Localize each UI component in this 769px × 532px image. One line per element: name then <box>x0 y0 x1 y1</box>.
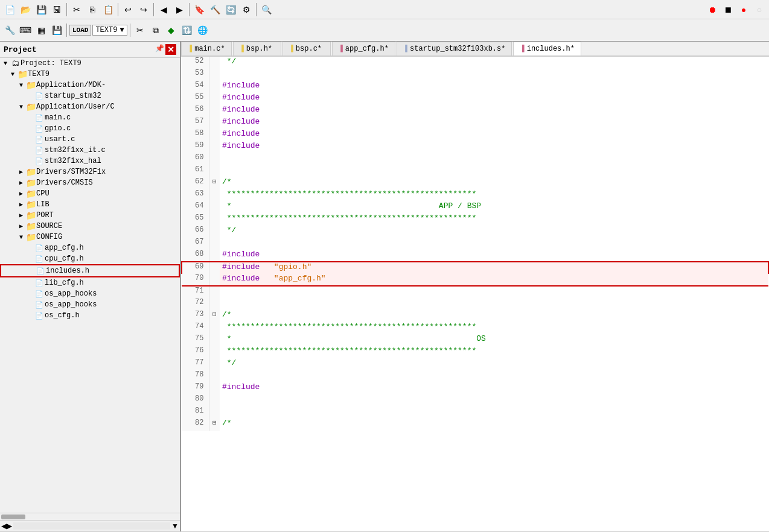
save-btn[interactable]: 💾 <box>34 2 48 17</box>
line-content-54[interactable]: #include <box>220 81 768 93</box>
line-content-72[interactable] <box>220 298 768 310</box>
line-content-62[interactable]: /* <box>220 177 768 189</box>
tree-lib-cfg-h[interactable]: 📄 lib_cfg.h <box>0 277 180 288</box>
arrow-btn[interactable]: 🔃 <box>180 23 194 37</box>
cut-btn[interactable]: ✂ <box>69 2 84 17</box>
tree-app-user[interactable]: ▼ 📁 Application/User/C <box>0 101 180 112</box>
sidebar-tree[interactable]: ▼ 🗂 Project: TEXT9 ▼ 📁 TEXT9 ▼ 📁 Applica… <box>0 58 180 513</box>
tree-includes-h[interactable]: 📄 includes.h <box>0 264 180 277</box>
line-content-61[interactable] <box>220 165 768 177</box>
project-select-box[interactable]: TEXT9 ▼ <box>92 25 127 36</box>
line-content-73[interactable]: /* <box>220 310 768 322</box>
globe-btn[interactable]: 🌐 <box>196 23 210 37</box>
tree-config[interactable]: ▼ 📁 CONFIG <box>0 232 180 242</box>
open-btn[interactable]: 📂 <box>18 2 33 17</box>
target-settings-btn[interactable]: 🔧 <box>2 23 17 37</box>
toggle-drivers-cmsis[interactable]: ▶ <box>17 179 25 187</box>
line-content-77[interactable]: */ <box>220 358 768 370</box>
toggle-source[interactable]: ▶ <box>17 222 25 230</box>
scrollbar-thumb-h[interactable] <box>1 515 25 519</box>
tree-os-app-hooks1[interactable]: 📄 os_app_hooks <box>0 288 180 299</box>
tree-text9[interactable]: ▼ 📁 TEXT9 <box>0 69 180 80</box>
line-content-52[interactable]: */ <box>220 57 768 69</box>
sidebar-scroll-track-h[interactable] <box>13 522 170 530</box>
line-content-63[interactable]: ****************************************… <box>220 189 768 201</box>
extra1-btn[interactable]: ● <box>736 2 751 17</box>
tree-os-app-hooks2[interactable]: 📄 os_app_hooks <box>0 299 180 310</box>
tree-gpio-c[interactable]: 📄 gpio.c <box>0 123 180 134</box>
tree-cpu[interactable]: ▶ 📁 CPU <box>0 188 180 199</box>
tree-port[interactable]: ▶ 📁 PORT <box>0 210 180 221</box>
search-btn[interactable]: 🔍 <box>259 2 273 17</box>
tab-bsp-c[interactable]: ▐ bsp.c* <box>282 42 331 55</box>
scissors2-btn[interactable]: ✂ <box>133 23 147 37</box>
line-content-78[interactable] <box>220 370 768 382</box>
save2-btn[interactable]: 💾 <box>49 23 64 37</box>
toggle-text9[interactable]: ▼ <box>8 70 17 78</box>
tab-main-c[interactable]: ▐ main.c* <box>181 42 232 55</box>
line-content-74[interactable]: ****************************************… <box>220 322 768 334</box>
line-content-70[interactable]: #include "app_cfg.h" <box>220 274 768 286</box>
line-content-69[interactable]: #include "gpio.h" <box>220 262 768 274</box>
back-btn[interactable]: ◀ <box>156 2 171 17</box>
keyboard-btn[interactable]: ⌨ <box>18 23 33 37</box>
line-content-82[interactable]: /* <box>220 419 768 431</box>
code-editor[interactable]: 52 */53 54#include 55#include 56#include… <box>181 57 769 531</box>
line-content-59[interactable]: #include <box>220 141 768 153</box>
refresh-btn[interactable]: 🔄 <box>223 2 238 17</box>
extra2-btn[interactable]: ○ <box>752 2 767 17</box>
new-file-btn[interactable]: 📄 <box>2 2 17 17</box>
tree-main-c[interactable]: 📄 main.c <box>0 112 180 123</box>
undo-btn[interactable]: ↩ <box>121 2 135 17</box>
line-content-75[interactable]: * OS <box>220 334 768 346</box>
sidebar-left-btn[interactable]: ◀ <box>1 522 7 530</box>
tree-drivers-stm32[interactable]: ▶ 📁 Drivers/STM32F1x <box>0 166 180 177</box>
build-btn[interactable]: 🔨 <box>208 2 222 17</box>
line-content-55[interactable]: #include <box>220 93 768 105</box>
tree-os-cfg-h[interactable]: 📄 os_cfg.h <box>0 310 180 321</box>
toggle-config[interactable]: ▼ <box>17 233 25 241</box>
tab-bsp-h[interactable]: ▐ bsp.h* <box>233 42 281 55</box>
line-content-76[interactable]: ****************************************… <box>220 346 768 358</box>
line-content-66[interactable]: */ <box>220 226 768 238</box>
toggle-app-user[interactable]: ▼ <box>17 103 25 111</box>
line-content-53[interactable] <box>220 69 768 81</box>
toggle-cpu[interactable]: ▶ <box>17 189 25 198</box>
pin-icon[interactable]: 📌 <box>155 44 164 55</box>
bookmark-btn[interactable]: 🔖 <box>192 2 206 17</box>
tree-project-root[interactable]: ▼ 🗂 Project: TEXT9 <box>0 58 180 69</box>
tree-app-mdk[interactable]: ▼ 📁 Application/MDK- <box>0 80 180 90</box>
grid-btn[interactable]: ▦ <box>34 23 48 37</box>
tree-lib[interactable]: ▶ 📁 LIB <box>0 199 180 210</box>
toggle-lib[interactable]: ▶ <box>17 200 25 209</box>
sidebar-close-btn[interactable]: ✕ <box>165 44 176 55</box>
tree-stm32-it[interactable]: 📄 stm32f1xx_it.c <box>0 145 180 156</box>
redo-btn[interactable]: ↪ <box>136 2 151 17</box>
line-content-60[interactable] <box>220 153 768 165</box>
line-content-58[interactable]: #include <box>220 129 768 141</box>
settings-btn[interactable]: ⚙ <box>239 2 254 17</box>
paste-btn[interactable]: 📋 <box>101 2 115 17</box>
tree-app-cfg-h[interactable]: 📄 app_cfg.h <box>0 242 180 253</box>
tab-app-cfg-h[interactable]: ▐ app_cfg.h* <box>332 42 395 55</box>
tree-cpu-cfg-h[interactable]: 📄 cpu_cfg.h <box>0 253 180 264</box>
tree-stm32-hal[interactable]: 📄 stm32f1xx_hal <box>0 156 180 166</box>
project-dropdown-arrow[interactable]: ▼ <box>120 26 124 34</box>
sidebar-scrollbar-h[interactable] <box>0 513 180 520</box>
toggle-port[interactable]: ▶ <box>17 211 25 220</box>
tree-startup[interactable]: 📄 startup_stm32 <box>0 90 180 101</box>
copy-btn[interactable]: ⎘ <box>85 2 100 17</box>
record-btn[interactable]: ⏺ <box>705 2 720 17</box>
tab-includes-h[interactable]: ▐ includes.h* <box>513 42 581 57</box>
line-content-80[interactable] <box>220 394 768 407</box>
line-content-65[interactable]: ****************************************… <box>220 214 768 226</box>
toggle-root[interactable]: ▼ <box>1 59 10 68</box>
tree-source[interactable]: ▶ 📁 SOURCE <box>0 221 180 232</box>
save-all-btn[interactable]: 🖫 <box>49 2 64 17</box>
line-content-64[interactable]: * APP / BSP <box>220 201 768 214</box>
line-content-79[interactable]: #include <box>220 382 768 394</box>
line-content-57[interactable]: #include <box>220 117 768 129</box>
tab-startup-s[interactable]: ▐ startup_stm32f103xb.s* <box>397 42 512 55</box>
tree-usart-c[interactable]: 📄 usart.c <box>0 134 180 145</box>
forward-btn[interactable]: ▶ <box>172 2 187 17</box>
